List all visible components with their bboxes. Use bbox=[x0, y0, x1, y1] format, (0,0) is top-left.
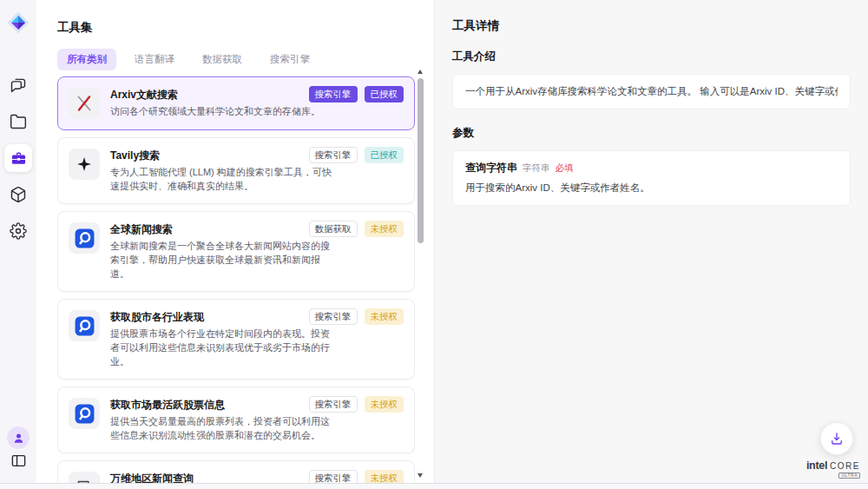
tool-description: 提供股票市场各个行业在特定时间段内的表现。投资者可以利用这些信息来识别表现优于或… bbox=[110, 327, 332, 368]
panel-layout-icon bbox=[10, 453, 27, 469]
tool-icon bbox=[69, 222, 100, 254]
sidebar bbox=[0, 0, 36, 483]
download-button[interactable] bbox=[820, 422, 853, 455]
category-tab[interactable]: 所有类别 bbox=[57, 49, 116, 70]
auth-status-tag: 未授权 bbox=[365, 221, 404, 237]
category-tag: 搜索引擎 bbox=[309, 308, 358, 325]
details-title: 工具详情 bbox=[452, 19, 851, 33]
nav-resources[interactable] bbox=[10, 186, 27, 203]
app-logo bbox=[6, 10, 30, 35]
gear-icon bbox=[10, 222, 27, 240]
search-app-icon bbox=[74, 403, 95, 425]
intel-brand-text: intel bbox=[806, 460, 827, 472]
category-tag: 搜索引擎 bbox=[309, 396, 358, 413]
search-app-icon bbox=[74, 228, 95, 249]
nav-files[interactable] bbox=[10, 113, 27, 130]
tool-tags: 搜索引擎 未授权 bbox=[309, 470, 404, 483]
intro-text: 一个用于从Arxiv存储库搜索科学论文和文章的工具。 输入可以是Arxiv ID… bbox=[465, 84, 838, 99]
tool-card[interactable]: Tavily搜索 专为人工智能代理 (LLM) 构建的搜索引擎工具，可快速提供实… bbox=[57, 137, 415, 204]
tool-title: Arxiv文献搜索 bbox=[110, 88, 320, 102]
intel-core-badge: ultra bbox=[838, 472, 860, 479]
auth-status-tag: 已授权 bbox=[365, 86, 404, 102]
package-icon bbox=[10, 186, 27, 203]
user-avatar[interactable] bbox=[7, 426, 30, 449]
person-icon bbox=[12, 432, 25, 445]
tool-title: Tavily搜索 bbox=[110, 149, 332, 162]
tool-card[interactable]: 获取股市各行业表现 提供股票市场各个行业在特定时间段内的表现。投资者可以利用这些… bbox=[57, 299, 415, 380]
intro-heading: 工具介绍 bbox=[452, 50, 851, 63]
list-scrollbar[interactable] bbox=[417, 69, 424, 478]
arxiv-icon bbox=[74, 93, 95, 114]
category-tag: 搜索引擎 bbox=[309, 86, 358, 102]
tool-card[interactable]: 万维地区新闻查询 查询具体行政区划内的新闻，快速了解各地新闻动 搜索引擎 未授权 bbox=[57, 460, 415, 483]
toolset-panel: 工具集 所有类别语言翻译数据获取搜索引擎 Arxiv文献搜索 访问各个研究领域大… bbox=[36, 0, 434, 483]
scrollbar-down-arrow[interactable] bbox=[418, 473, 423, 478]
auth-status-tag: 未授权 bbox=[365, 470, 404, 483]
search-app-icon bbox=[74, 315, 95, 337]
category-tag: 搜索引擎 bbox=[309, 470, 358, 483]
tool-icon bbox=[69, 398, 100, 429]
auth-status-tag: 已授权 bbox=[365, 147, 404, 163]
tool-card[interactable]: Arxiv文献搜索 访问各个研究领域大量科学论文和文章的存储库。 搜索引擎 已授… bbox=[57, 76, 415, 130]
tool-details-panel: 工具详情 工具介绍 一个用于从Arxiv存储库搜索科学论文和文章的工具。 输入可… bbox=[434, 0, 868, 483]
nav-settings[interactable] bbox=[10, 222, 27, 240]
param-name: 查询字符串 bbox=[465, 161, 517, 175]
tool-tags: 搜索引擎 已授权 bbox=[309, 147, 404, 163]
tool-icon bbox=[69, 88, 100, 119]
folder-icon bbox=[10, 113, 27, 130]
download-icon bbox=[829, 431, 845, 446]
tool-icon bbox=[69, 472, 100, 483]
nav-chat[interactable] bbox=[10, 76, 27, 94]
tool-list: Arxiv文献搜索 访问各个研究领域大量科学论文和文章的存储库。 搜索引擎 已授… bbox=[57, 76, 415, 483]
scrollbar-up-arrow[interactable] bbox=[418, 69, 423, 74]
tool-icon bbox=[69, 310, 100, 341]
scrollbar-thumb[interactable] bbox=[418, 78, 424, 243]
tool-tags: 搜索引擎 未授权 bbox=[309, 396, 404, 413]
auth-status-tag: 未授权 bbox=[365, 396, 404, 413]
tool-title: 全球新闻搜索 bbox=[110, 222, 332, 236]
tool-tags: 搜索引擎 已授权 bbox=[309, 86, 404, 102]
nav-toolset-active[interactable] bbox=[4, 144, 32, 172]
tool-tags: 数据获取 未授权 bbox=[309, 221, 404, 237]
toolbox-icon bbox=[10, 150, 27, 167]
category-tab[interactable]: 搜索引擎 bbox=[260, 49, 319, 70]
category-tabs: 所有类别语言翻译数据获取搜索引擎 bbox=[57, 49, 319, 70]
auth-status-tag: 未授权 bbox=[365, 308, 404, 325]
tool-title: 获取股市各行业表现 bbox=[110, 310, 332, 324]
tool-tags: 搜索引擎 未授权 bbox=[309, 308, 404, 325]
tool-title: 获取市场最活跃股票信息 bbox=[110, 398, 332, 412]
newspaper-icon bbox=[76, 479, 94, 484]
tool-icon bbox=[69, 149, 100, 180]
app-window: 工具集 所有类别语言翻译数据获取搜索引擎 Arxiv文献搜索 访问各个研究领域大… bbox=[0, 0, 868, 484]
chat-icon bbox=[10, 76, 27, 94]
tool-card[interactable]: 全球新闻搜索 全球新闻搜索是一个聚合全球各大新闻网站内容的搜索引擎，帮助用户快速… bbox=[57, 211, 415, 292]
sparkle-icon bbox=[76, 155, 93, 173]
tool-description: 提供当天交易量最高的股票列表，投资者可以利用这些信息来识别流动性强的股票和潜在的… bbox=[110, 414, 332, 442]
diamond-logo-icon bbox=[6, 10, 30, 35]
tool-description: 专为人工智能代理 (LLM) 构建的搜索引擎工具，可快速提供实时、准确和真实的结… bbox=[110, 165, 332, 193]
param-required-badge: 必填 bbox=[556, 162, 574, 175]
category-tag: 搜索引擎 bbox=[309, 147, 358, 163]
intro-card: 一个用于从Arxiv存储库搜索科学论文和文章的工具。 输入可以是Arxiv ID… bbox=[452, 74, 851, 109]
tool-description: 访问各个研究领域大量科学论文和文章的存储库。 bbox=[110, 104, 320, 118]
params-heading: 参数 bbox=[452, 127, 851, 140]
param-type: 字符串 bbox=[523, 162, 550, 175]
sidebar-collapse-button[interactable] bbox=[10, 453, 27, 470]
param-description: 用于搜索的Arxiv ID、关键字或作者姓名。 bbox=[465, 181, 838, 195]
tool-card[interactable]: 获取市场最活跃股票信息 提供当天交易量最高的股票列表，投资者可以利用这些信息来识… bbox=[57, 387, 415, 453]
category-tab[interactable]: 数据获取 bbox=[193, 49, 252, 70]
category-tag: 数据获取 bbox=[309, 221, 358, 237]
tool-title: 万维地区新闻查询 bbox=[110, 472, 320, 483]
tool-description: 全球新闻搜索是一个聚合全球各大新闻网站内容的搜索引擎，帮助用户快速获取全球最新资… bbox=[110, 239, 332, 281]
toolset-title: 工具集 bbox=[36, 0, 434, 35]
core-brand-text: core bbox=[830, 462, 860, 471]
param-card: 查询字符串 字符串 必填 用于搜索的Arxiv ID、关键字或作者姓名。 bbox=[452, 150, 851, 206]
category-tab[interactable]: 语言翻译 bbox=[125, 49, 184, 70]
intel-core-logo: intel core ultra bbox=[806, 460, 860, 479]
